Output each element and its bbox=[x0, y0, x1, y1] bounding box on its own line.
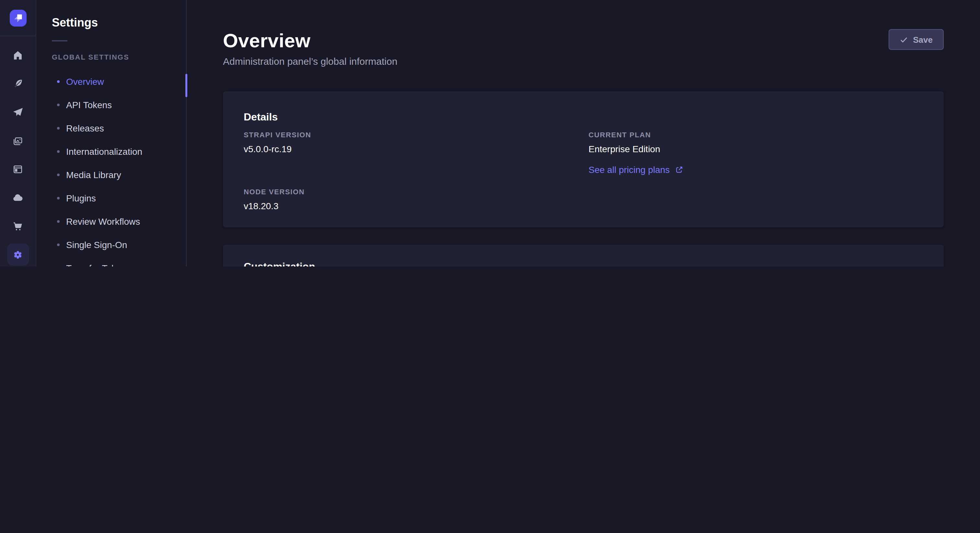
sidebar-item-label: Internationalization bbox=[66, 146, 142, 157]
node-version-field: NODE VERSION v18.20.3 bbox=[244, 187, 578, 212]
nav-deploy-button[interactable] bbox=[7, 101, 29, 123]
details-card: Details STRAPI VERSION v5.0.0-rc.19 NODE… bbox=[223, 91, 944, 227]
sidebar-item-label: Releases bbox=[66, 123, 104, 133]
sidebar-title: Settings bbox=[52, 16, 170, 30]
sidebar-item-label: API Tokens bbox=[66, 100, 112, 110]
nav-marketplace-button[interactable] bbox=[7, 215, 29, 237]
field-value: v5.0.0-rc.19 bbox=[244, 143, 578, 155]
current-plan-field: CURRENT PLAN Enterprise Edition bbox=[589, 130, 923, 155]
active-item-indicator bbox=[185, 74, 187, 97]
sidebar-item-single-sign-on[interactable]: Single Sign-On bbox=[36, 233, 186, 257]
feather-icon bbox=[12, 78, 24, 90]
strapi-logo-icon bbox=[10, 10, 26, 26]
section-header: GLOBAL SETTINGS bbox=[52, 52, 170, 62]
details-card-title: Details bbox=[244, 111, 923, 124]
customization-card-title: Customization bbox=[244, 260, 923, 266]
sidebar-item-label: Plugins bbox=[66, 193, 96, 203]
paper-plane-icon bbox=[12, 106, 24, 118]
home-icon bbox=[12, 49, 24, 61]
bullet-icon bbox=[57, 127, 60, 130]
save-button[interactable]: Save bbox=[888, 29, 944, 50]
sidebar-item-releases[interactable]: Releases bbox=[36, 117, 186, 140]
details-grid: STRAPI VERSION v5.0.0-rc.19 NODE VERSION… bbox=[244, 130, 923, 212]
bullet-icon bbox=[57, 197, 60, 200]
field-value: Enterprise Edition bbox=[589, 143, 923, 155]
cloud-icon bbox=[12, 191, 24, 204]
page-header: Overview Administration panel’s global i… bbox=[223, 29, 944, 67]
sidebar-divider bbox=[52, 40, 67, 41]
page-header-text: Overview Administration panel’s global i… bbox=[223, 29, 397, 67]
details-left-column: STRAPI VERSION v5.0.0-rc.19 NODE VERSION… bbox=[244, 130, 578, 212]
field-value: v18.20.3 bbox=[244, 200, 578, 212]
bullet-icon bbox=[57, 220, 60, 223]
sidebar-item-label: Media Library bbox=[66, 170, 121, 180]
sidebar-item-transfer-tokens[interactable]: Transfer Tokens bbox=[36, 257, 186, 266]
nav-home-button[interactable] bbox=[7, 44, 29, 66]
page-title: Overview bbox=[223, 29, 397, 52]
pricing-plans-link[interactable]: See all pricing plans bbox=[589, 164, 684, 176]
save-button-label: Save bbox=[913, 35, 933, 44]
nav-settings-button[interactable] bbox=[7, 244, 29, 265]
sidebar-item-label: Overview bbox=[66, 76, 104, 87]
bullet-icon bbox=[57, 244, 60, 246]
nav-media-library-button[interactable] bbox=[7, 130, 29, 152]
strapi-admin-app: KD Settings GLOBAL SETTINGS Overview API… bbox=[0, 0, 980, 266]
rail-logo-section bbox=[0, 0, 36, 36]
bullet-icon bbox=[57, 80, 60, 83]
external-link-icon bbox=[675, 165, 684, 174]
main-content: Overview Administration panel’s global i… bbox=[187, 0, 980, 266]
nav-cloud-button[interactable] bbox=[7, 187, 29, 209]
rail-icon-list bbox=[0, 36, 36, 266]
strapi-version-field: STRAPI VERSION v5.0.0-rc.19 bbox=[244, 130, 578, 155]
field-label: STRAPI VERSION bbox=[244, 130, 578, 139]
page-subtitle: Administration panel’s global informatio… bbox=[223, 56, 397, 67]
layout-icon bbox=[12, 163, 24, 175]
sidebar-item-overview[interactable]: Overview bbox=[36, 70, 186, 93]
nav-content-button[interactable] bbox=[7, 73, 29, 95]
sidebar-item-review-workflows[interactable]: Review Workflows bbox=[36, 210, 186, 233]
settings-sidebar: Settings GLOBAL SETTINGS Overview API To… bbox=[36, 0, 187, 266]
gear-icon bbox=[12, 248, 24, 261]
sidebar-section-global-settings: GLOBAL SETTINGS Overview API Tokens Rele… bbox=[36, 52, 186, 266]
media-library-icon bbox=[12, 134, 24, 147]
bullet-icon bbox=[57, 150, 60, 153]
sidebar-item-label: Single Sign-On bbox=[66, 240, 127, 250]
cart-icon bbox=[12, 220, 24, 232]
nav-content-manager-button[interactable] bbox=[7, 158, 29, 180]
strapi-logo[interactable] bbox=[10, 10, 26, 26]
bullet-icon bbox=[57, 174, 60, 176]
pricing-plans-link-label: See all pricing plans bbox=[589, 164, 670, 176]
sidebar-item-label: Transfer Tokens bbox=[66, 263, 130, 266]
bullet-icon bbox=[57, 104, 60, 106]
sidebar-item-plugins[interactable]: Plugins bbox=[36, 187, 186, 210]
sidebar-item-media-library[interactable]: Media Library bbox=[36, 163, 186, 187]
check-icon bbox=[899, 35, 908, 44]
sidebar-item-api-tokens[interactable]: API Tokens bbox=[36, 93, 186, 117]
field-label: CURRENT PLAN bbox=[589, 130, 923, 139]
field-label: NODE VERSION bbox=[244, 187, 578, 196]
details-right-column: CURRENT PLAN Enterprise Edition See all … bbox=[589, 130, 923, 212]
customization-card: Customization Max dimension: 750×750, Ma… bbox=[223, 245, 944, 266]
sidebar-item-label: Review Workflows bbox=[66, 216, 140, 227]
main-nav-rail: KD bbox=[0, 0, 36, 266]
sidebar-item-internationalization[interactable]: Internationalization bbox=[36, 140, 186, 163]
